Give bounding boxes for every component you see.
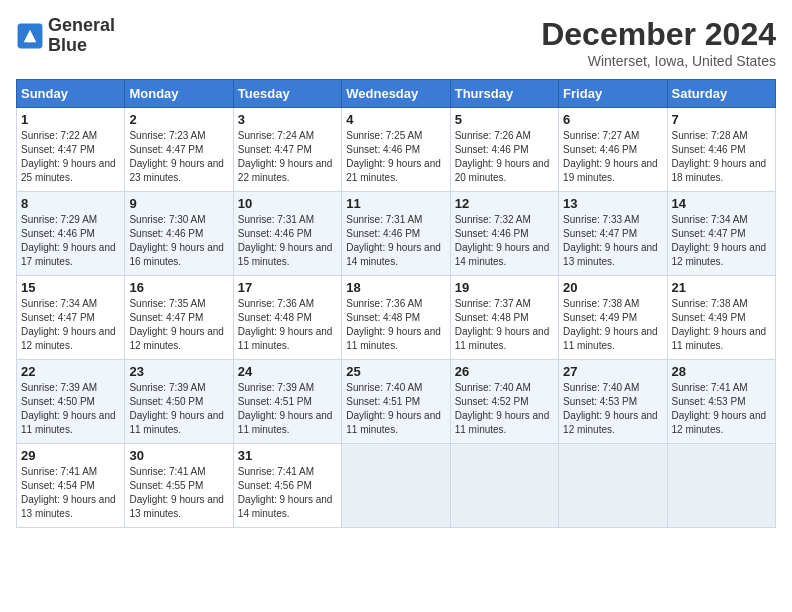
day-number: 14 [672, 196, 771, 211]
calendar-week-3: 15 Sunrise: 7:34 AMSunset: 4:47 PMDaylig… [17, 276, 776, 360]
calendar-empty [450, 444, 558, 528]
calendar-week-1: 1 Sunrise: 7:22 AMSunset: 4:47 PMDayligh… [17, 108, 776, 192]
day-details: Sunrise: 7:39 AMSunset: 4:50 PMDaylight:… [21, 382, 116, 435]
header: General Blue December 2024 Winterset, Io… [16, 16, 776, 69]
day-number: 18 [346, 280, 445, 295]
calendar-day-11: 11 Sunrise: 7:31 AMSunset: 4:46 PMDaylig… [342, 192, 450, 276]
day-details: Sunrise: 7:40 AMSunset: 4:53 PMDaylight:… [563, 382, 658, 435]
calendar-day-28: 28 Sunrise: 7:41 AMSunset: 4:53 PMDaylig… [667, 360, 775, 444]
calendar-day-26: 26 Sunrise: 7:40 AMSunset: 4:52 PMDaylig… [450, 360, 558, 444]
calendar-day-17: 17 Sunrise: 7:36 AMSunset: 4:48 PMDaylig… [233, 276, 341, 360]
header-day-thursday: Thursday [450, 80, 558, 108]
calendar-day-4: 4 Sunrise: 7:25 AMSunset: 4:46 PMDayligh… [342, 108, 450, 192]
day-details: Sunrise: 7:27 AMSunset: 4:46 PMDaylight:… [563, 130, 658, 183]
calendar-day-27: 27 Sunrise: 7:40 AMSunset: 4:53 PMDaylig… [559, 360, 667, 444]
header-day-wednesday: Wednesday [342, 80, 450, 108]
day-details: Sunrise: 7:37 AMSunset: 4:48 PMDaylight:… [455, 298, 550, 351]
calendar-day-8: 8 Sunrise: 7:29 AMSunset: 4:46 PMDayligh… [17, 192, 125, 276]
calendar-week-2: 8 Sunrise: 7:29 AMSunset: 4:46 PMDayligh… [17, 192, 776, 276]
day-details: Sunrise: 7:40 AMSunset: 4:52 PMDaylight:… [455, 382, 550, 435]
day-details: Sunrise: 7:34 AMSunset: 4:47 PMDaylight:… [672, 214, 767, 267]
header-day-saturday: Saturday [667, 80, 775, 108]
calendar-day-2: 2 Sunrise: 7:23 AMSunset: 4:47 PMDayligh… [125, 108, 233, 192]
day-number: 4 [346, 112, 445, 127]
day-details: Sunrise: 7:23 AMSunset: 4:47 PMDaylight:… [129, 130, 224, 183]
day-number: 9 [129, 196, 228, 211]
calendar-week-5: 29 Sunrise: 7:41 AMSunset: 4:54 PMDaylig… [17, 444, 776, 528]
calendar-day-29: 29 Sunrise: 7:41 AMSunset: 4:54 PMDaylig… [17, 444, 125, 528]
day-details: Sunrise: 7:35 AMSunset: 4:47 PMDaylight:… [129, 298, 224, 351]
day-number: 27 [563, 364, 662, 379]
day-number: 2 [129, 112, 228, 127]
day-details: Sunrise: 7:40 AMSunset: 4:51 PMDaylight:… [346, 382, 441, 435]
day-number: 10 [238, 196, 337, 211]
calendar-day-21: 21 Sunrise: 7:38 AMSunset: 4:49 PMDaylig… [667, 276, 775, 360]
calendar-day-5: 5 Sunrise: 7:26 AMSunset: 4:46 PMDayligh… [450, 108, 558, 192]
calendar-day-24: 24 Sunrise: 7:39 AMSunset: 4:51 PMDaylig… [233, 360, 341, 444]
day-details: Sunrise: 7:24 AMSunset: 4:47 PMDaylight:… [238, 130, 333, 183]
calendar-day-25: 25 Sunrise: 7:40 AMSunset: 4:51 PMDaylig… [342, 360, 450, 444]
calendar-day-16: 16 Sunrise: 7:35 AMSunset: 4:47 PMDaylig… [125, 276, 233, 360]
main-title: December 2024 [541, 16, 776, 53]
day-number: 8 [21, 196, 120, 211]
day-number: 22 [21, 364, 120, 379]
day-details: Sunrise: 7:41 AMSunset: 4:56 PMDaylight:… [238, 466, 333, 519]
logo-text: General Blue [48, 16, 115, 56]
logo-icon [16, 22, 44, 50]
day-number: 16 [129, 280, 228, 295]
day-number: 28 [672, 364, 771, 379]
calendar-day-13: 13 Sunrise: 7:33 AMSunset: 4:47 PMDaylig… [559, 192, 667, 276]
day-details: Sunrise: 7:33 AMSunset: 4:47 PMDaylight:… [563, 214, 658, 267]
calendar-empty [667, 444, 775, 528]
day-number: 24 [238, 364, 337, 379]
day-details: Sunrise: 7:31 AMSunset: 4:46 PMDaylight:… [346, 214, 441, 267]
header-day-sunday: Sunday [17, 80, 125, 108]
day-details: Sunrise: 7:31 AMSunset: 4:46 PMDaylight:… [238, 214, 333, 267]
day-number: 6 [563, 112, 662, 127]
title-area: December 2024 Winterset, Iowa, United St… [541, 16, 776, 69]
day-number: 23 [129, 364, 228, 379]
day-number: 11 [346, 196, 445, 211]
day-details: Sunrise: 7:34 AMSunset: 4:47 PMDaylight:… [21, 298, 116, 351]
calendar-day-30: 30 Sunrise: 7:41 AMSunset: 4:55 PMDaylig… [125, 444, 233, 528]
day-details: Sunrise: 7:32 AMSunset: 4:46 PMDaylight:… [455, 214, 550, 267]
calendar-empty [559, 444, 667, 528]
calendar-day-20: 20 Sunrise: 7:38 AMSunset: 4:49 PMDaylig… [559, 276, 667, 360]
calendar-day-19: 19 Sunrise: 7:37 AMSunset: 4:48 PMDaylig… [450, 276, 558, 360]
calendar-day-23: 23 Sunrise: 7:39 AMSunset: 4:50 PMDaylig… [125, 360, 233, 444]
calendar-day-7: 7 Sunrise: 7:28 AMSunset: 4:46 PMDayligh… [667, 108, 775, 192]
day-number: 17 [238, 280, 337, 295]
day-number: 1 [21, 112, 120, 127]
day-number: 20 [563, 280, 662, 295]
day-details: Sunrise: 7:36 AMSunset: 4:48 PMDaylight:… [346, 298, 441, 351]
day-number: 5 [455, 112, 554, 127]
svg-rect-2 [27, 36, 33, 42]
day-details: Sunrise: 7:25 AMSunset: 4:46 PMDaylight:… [346, 130, 441, 183]
calendar-day-31: 31 Sunrise: 7:41 AMSunset: 4:56 PMDaylig… [233, 444, 341, 528]
calendar-empty [342, 444, 450, 528]
day-details: Sunrise: 7:38 AMSunset: 4:49 PMDaylight:… [672, 298, 767, 351]
day-details: Sunrise: 7:28 AMSunset: 4:46 PMDaylight:… [672, 130, 767, 183]
day-number: 15 [21, 280, 120, 295]
day-details: Sunrise: 7:38 AMSunset: 4:49 PMDaylight:… [563, 298, 658, 351]
calendar-table: SundayMondayTuesdayWednesdayThursdayFrid… [16, 79, 776, 528]
day-number: 13 [563, 196, 662, 211]
calendar-day-22: 22 Sunrise: 7:39 AMSunset: 4:50 PMDaylig… [17, 360, 125, 444]
calendar-header-row: SundayMondayTuesdayWednesdayThursdayFrid… [17, 80, 776, 108]
header-day-tuesday: Tuesday [233, 80, 341, 108]
logo-line2: Blue [48, 36, 115, 56]
calendar-day-3: 3 Sunrise: 7:24 AMSunset: 4:47 PMDayligh… [233, 108, 341, 192]
calendar-day-9: 9 Sunrise: 7:30 AMSunset: 4:46 PMDayligh… [125, 192, 233, 276]
day-details: Sunrise: 7:22 AMSunset: 4:47 PMDaylight:… [21, 130, 116, 183]
day-number: 30 [129, 448, 228, 463]
day-details: Sunrise: 7:41 AMSunset: 4:53 PMDaylight:… [672, 382, 767, 435]
day-number: 31 [238, 448, 337, 463]
day-details: Sunrise: 7:29 AMSunset: 4:46 PMDaylight:… [21, 214, 116, 267]
header-day-friday: Friday [559, 80, 667, 108]
day-details: Sunrise: 7:39 AMSunset: 4:50 PMDaylight:… [129, 382, 224, 435]
day-details: Sunrise: 7:36 AMSunset: 4:48 PMDaylight:… [238, 298, 333, 351]
calendar-day-10: 10 Sunrise: 7:31 AMSunset: 4:46 PMDaylig… [233, 192, 341, 276]
day-number: 29 [21, 448, 120, 463]
calendar-day-12: 12 Sunrise: 7:32 AMSunset: 4:46 PMDaylig… [450, 192, 558, 276]
day-number: 19 [455, 280, 554, 295]
